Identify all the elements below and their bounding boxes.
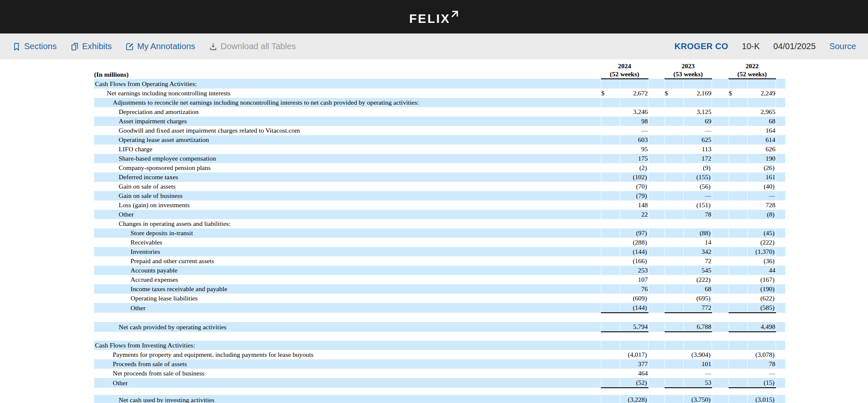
gap-cell xyxy=(776,378,785,388)
table-row: Net cash used by investing activities(3,… xyxy=(94,395,785,403)
gap-cell xyxy=(712,238,729,247)
dollar-cell: $ xyxy=(601,89,620,98)
dollar-cell xyxy=(729,350,747,359)
value-cell: — xyxy=(620,126,648,135)
nav-label: Exhibits xyxy=(82,42,112,51)
gap-cell xyxy=(776,182,785,191)
gap-cell xyxy=(776,163,785,172)
gap-cell xyxy=(648,117,665,126)
dollar-cell xyxy=(601,117,620,126)
value-cell xyxy=(620,79,648,89)
row-label: Net cash provided by operating activitie… xyxy=(94,322,601,332)
row-label: Store deposits in-transit xyxy=(94,228,601,238)
column-weeks: (53 weeks) xyxy=(665,70,712,79)
dollar-cell xyxy=(729,98,747,107)
nav-my-annotations[interactable]: My Annotations xyxy=(125,42,195,51)
table-row: Gain on sale of assets(70)(56)(40) xyxy=(94,182,785,191)
dollar-cell xyxy=(601,322,620,332)
felix-logo-text: FELIX xyxy=(409,13,450,25)
dollar-cell xyxy=(665,135,683,145)
document-area: 2024 2023 2022 (In millions) (52 weeks) … xyxy=(0,59,868,403)
dollar-cell xyxy=(601,210,620,219)
gap-cell xyxy=(648,172,665,182)
gap-cell xyxy=(776,200,785,210)
gap-cell xyxy=(648,135,665,145)
gap-cell xyxy=(776,107,785,117)
value-cell xyxy=(620,219,648,228)
value-cell xyxy=(620,341,648,350)
felix-logo[interactable]: FELIX xyxy=(409,9,459,25)
value-cell: 72 xyxy=(683,256,712,266)
dollar-cell xyxy=(601,154,620,163)
value-cell: (56) xyxy=(683,182,712,191)
row-label: Gain on sale of business xyxy=(94,191,601,200)
gap-cell xyxy=(648,145,665,154)
dollar-cell xyxy=(665,275,683,284)
value-cell: 172 xyxy=(683,154,712,163)
row-label: Prepaid and other current assets xyxy=(94,256,601,266)
gap-cell xyxy=(776,126,785,135)
column-weeks: (52 weeks) xyxy=(601,70,648,79)
dollar-cell xyxy=(729,247,747,256)
nav-sections[interactable]: Sections xyxy=(12,42,57,51)
gap-cell xyxy=(776,210,785,219)
spacer-row xyxy=(94,332,785,341)
dollar-cell xyxy=(729,107,747,117)
value-cell: (79) xyxy=(620,191,648,200)
gap-cell xyxy=(776,256,785,266)
gap-cell xyxy=(648,322,665,332)
dollar-cell xyxy=(665,369,683,378)
dollar-cell xyxy=(729,135,747,145)
dollar-cell xyxy=(665,294,683,303)
dollar-cell xyxy=(665,98,683,107)
topbar: FELIX xyxy=(0,0,868,33)
edit-icon xyxy=(125,42,134,51)
table-row: Inventories(144)342(1,370) xyxy=(94,247,785,256)
value-cell: (40) xyxy=(747,182,776,191)
dollar-cell xyxy=(601,266,620,275)
value-cell: (26) xyxy=(747,163,776,172)
row-label: Depreciation and amortization xyxy=(94,107,601,117)
value-cell: — xyxy=(683,369,712,378)
value-cell: 626 xyxy=(747,145,776,154)
value-cell: (155) xyxy=(683,172,712,182)
value-cell: 625 xyxy=(683,135,712,145)
dollar-cell xyxy=(601,200,620,210)
value-cell: — xyxy=(683,191,712,200)
source-link[interactable]: Source xyxy=(829,42,856,51)
row-label: Adjustments to reconcile net earnings in… xyxy=(94,98,601,107)
value-cell: (97) xyxy=(620,228,648,238)
row-label: Deferred income taxes xyxy=(94,172,601,182)
dollar-cell xyxy=(601,107,620,117)
dollar-cell xyxy=(601,219,620,228)
gap-cell xyxy=(648,395,665,403)
value-cell: (45) xyxy=(747,228,776,238)
dollar-cell xyxy=(665,238,683,247)
dollar-cell xyxy=(729,219,747,228)
value-cell: 78 xyxy=(683,210,712,219)
gap-cell xyxy=(776,322,785,332)
value-cell: 107 xyxy=(620,275,648,284)
nav-download-all-tables[interactable]: Download all Tables xyxy=(209,42,296,51)
dollar-cell xyxy=(601,79,620,89)
value-cell: 3,246 xyxy=(620,107,648,117)
value-cell: (70) xyxy=(620,182,648,191)
value-cell: (144) xyxy=(620,303,648,313)
value-cell xyxy=(683,79,712,89)
dollar-cell xyxy=(665,228,683,238)
dollar-cell xyxy=(665,172,683,182)
nav-exhibits[interactable]: Exhibits xyxy=(70,42,112,51)
company-name: KROGER CO xyxy=(674,42,728,51)
gap-cell xyxy=(712,135,729,145)
gap-cell xyxy=(712,341,729,350)
gap-cell xyxy=(776,359,785,369)
table-row: Cash Flows from Investing Activities: xyxy=(94,341,785,350)
value-cell: 161 xyxy=(747,172,776,182)
gap-cell xyxy=(712,191,729,200)
gap-cell xyxy=(776,395,785,403)
dollar-cell xyxy=(729,359,747,369)
table-row: Share-based employee compensation1751721… xyxy=(94,154,785,163)
dollar-cell xyxy=(665,395,683,403)
dollar-cell xyxy=(601,350,620,359)
gap-cell xyxy=(648,219,665,228)
